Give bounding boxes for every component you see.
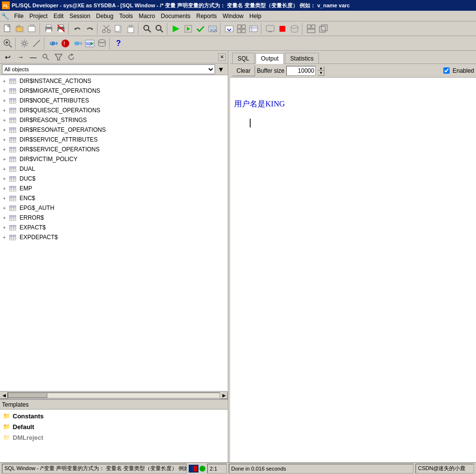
svg-rect-7 [46, 29, 51, 32]
tree-item-label: DUC$ [20, 175, 36, 182]
tree-item[interactable]: + DIR$QUIESCE_OPERATIONS [0, 105, 228, 115]
menu-project[interactable]: Project [26, 12, 50, 21]
tree-item[interactable]: + EXPACT$ [0, 223, 228, 232]
redo-btn[interactable] [84, 23, 96, 35]
scroll-right-btn[interactable]: ▶ [220, 392, 228, 399]
fish-btn[interactable] [47, 38, 59, 49]
tab-statistics[interactable]: Statistics [285, 53, 319, 63]
menu-tools[interactable]: Tools [116, 12, 136, 21]
right-panel: SQL Output Statistics Clear Buffer size … [230, 51, 476, 462]
db-btn[interactable] [289, 23, 300, 35]
tree-item[interactable]: + DIR$SERVICE_ATTRIBUTES [0, 135, 228, 144]
refresh-btn[interactable] [65, 51, 77, 63]
export2-btn[interactable] [248, 23, 259, 35]
tree-item[interactable]: + DIR$INSTANCE_ACTIONS [0, 76, 228, 86]
h-scroll-track[interactable] [8, 392, 220, 398]
monitor-btn[interactable] [264, 23, 276, 35]
stop-btn[interactable] [277, 23, 288, 35]
cut-btn[interactable] [100, 23, 112, 35]
spin-up-btn[interactable]: ▲ [317, 66, 324, 71]
svg-line-24 [160, 30, 163, 32]
window-tile-btn[interactable] [305, 23, 317, 35]
menu-window[interactable]: Window [220, 12, 247, 21]
db2-btn[interactable] [96, 38, 108, 49]
window-cascade-btn[interactable] [317, 23, 329, 35]
scroll-left-btn[interactable]: ◀ [0, 392, 8, 399]
run-btn[interactable] [182, 23, 194, 35]
step-btn[interactable]: SQL [207, 23, 218, 35]
tree-item[interactable]: + EPG$_AUTH [0, 203, 228, 213]
tree-item[interactable]: + DIR$MIGRATE_OPERATIONS [0, 86, 228, 96]
copy-btn[interactable] [113, 23, 124, 35]
object-tree[interactable]: + DIR$INSTANCE_ACTIONS+ DIR$MIGRATE_OPER… [0, 75, 228, 391]
menu-documents[interactable]: Documents [158, 12, 194, 21]
new-btn[interactable] [2, 23, 14, 35]
fish2-btn[interactable] [72, 38, 83, 49]
help-btn[interactable]: ? [113, 38, 124, 49]
enabled-checkbox[interactable] [443, 67, 450, 74]
menu-session[interactable]: Session [66, 12, 93, 21]
tree-item-label: DIR$RESONATE_OPERATIONS [20, 126, 106, 133]
object-filter-select[interactable]: All objects [2, 64, 215, 74]
svg-rect-148 [9, 196, 16, 198]
search-btn[interactable] [141, 23, 153, 35]
menu-edit[interactable]: Edit [51, 12, 67, 21]
tree-item[interactable]: + DIR$NODE_ATTRIBUTES [0, 96, 228, 105]
back-btn[interactable]: ↩ [2, 51, 14, 63]
print2-btn[interactable] [55, 23, 67, 35]
tab-sql[interactable]: SQL [232, 53, 255, 63]
templates-list[interactable]: 📁 Constants 📁 Default 📁 DMLreject [0, 410, 228, 462]
svg-line-50 [9, 45, 12, 47]
sql-run-btn[interactable]: SQL [84, 38, 96, 49]
tree-item[interactable]: + DIR$VICTIM_POLICY [0, 154, 228, 164]
compile-btn[interactable] [170, 23, 182, 35]
menu-reports[interactable]: Reports [194, 12, 220, 21]
tree-item[interactable]: + DIR$REASON_STRINGS [0, 115, 228, 125]
wand-btn[interactable] [31, 38, 42, 49]
tree-item[interactable]: + ERROR$ [0, 213, 228, 223]
clear-button[interactable]: Clear [232, 65, 255, 76]
forward-btn[interactable]: → [15, 51, 26, 63]
grid-btn[interactable] [236, 23, 247, 35]
tree-item[interactable]: + ENC$ [0, 193, 228, 203]
magnify-btn[interactable] [2, 38, 14, 49]
menu-help[interactable]: Help [246, 12, 264, 21]
buffer-spinner[interactable]: ▲ ▼ [317, 66, 324, 76]
undo-btn[interactable] [72, 23, 83, 35]
red-circle-btn[interactable]: ! [60, 38, 71, 49]
menu-file[interactable]: File [11, 12, 26, 21]
gear-btn[interactable] [19, 38, 30, 49]
h-scrollbar[interactable]: ◀ ▶ [0, 391, 228, 399]
filter-btn[interactable] [53, 51, 64, 63]
tree-item[interactable]: + DUC$ [0, 174, 228, 184]
line-btn[interactable]: — [27, 51, 39, 63]
tree-item[interactable]: + EXPDEPACT$ [0, 232, 228, 242]
spin-down-btn[interactable]: ▼ [317, 71, 324, 76]
browser-close-btn[interactable]: ✕ [218, 53, 226, 61]
open2-btn[interactable] [26, 23, 38, 35]
tree-item[interactable]: + EMP [0, 184, 228, 193]
template-item-dmlreject[interactable]: 📁 DMLreject [0, 432, 228, 443]
open-btn[interactable] [14, 23, 26, 35]
expand-icon: + [3, 108, 9, 113]
h-scroll-thumb[interactable] [8, 393, 47, 398]
tree-item[interactable]: + DIR$RESONATE_OPERATIONS [0, 125, 228, 135]
menu-macro[interactable]: Macro [136, 12, 158, 21]
menu-debug[interactable]: Debug [93, 12, 116, 21]
find-obj-btn[interactable] [40, 51, 52, 63]
print-btn[interactable] [43, 23, 55, 35]
templates-title: Templates [2, 401, 29, 408]
tab-output[interactable]: Output [256, 53, 284, 64]
object-header: All objects ▼ [0, 63, 228, 75]
template-item-default[interactable]: 📁 Default [0, 421, 228, 432]
buffer-size-input[interactable] [286, 66, 316, 76]
tree-item[interactable]: + DIR$SERVICE_OPERATIONS [0, 144, 228, 154]
search2-btn[interactable]: + [154, 23, 165, 35]
template-item-constants[interactable]: 📁 Constants [0, 411, 228, 421]
check-btn[interactable] [195, 23, 206, 35]
paste-btn[interactable] [125, 23, 137, 35]
status-sql-content: SQL Window - /*变量 声明变量的方式为： 变量名 变量类型（变量长… [4, 465, 187, 472]
tree-item[interactable]: + DUAL [0, 164, 228, 174]
export-btn[interactable] [223, 23, 235, 35]
dropdown-arrow[interactable]: ▼ [216, 64, 226, 74]
